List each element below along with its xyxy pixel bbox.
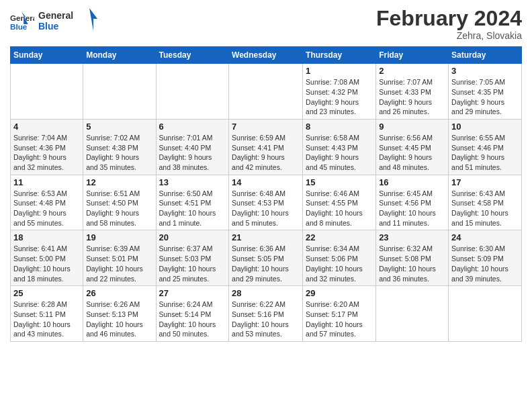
logo: General Blue General Blue [10, 7, 99, 38]
calendar-week-row: 18Sunrise: 6:41 AMSunset: 5:00 PMDayligh… [11, 230, 522, 286]
calendar-cell: 6Sunrise: 7:01 AMSunset: 4:40 PMDaylight… [156, 119, 229, 175]
calendar-header-row: SundayMondayTuesdayWednesdayThursdayFrid… [11, 47, 522, 64]
svg-text:General: General [10, 13, 34, 22]
calendar-cell: 23Sunrise: 6:32 AMSunset: 5:08 PMDayligh… [376, 230, 449, 286]
calendar-cell: 26Sunrise: 6:26 AMSunset: 5:13 PMDayligh… [83, 286, 156, 342]
day-number: 11 [13, 177, 80, 187]
calendar-cell [449, 286, 522, 342]
calendar-week-row: 1Sunrise: 7:08 AMSunset: 4:32 PMDaylight… [11, 64, 522, 120]
day-number: 14 [232, 177, 300, 187]
svg-text:Blue: Blue [38, 21, 59, 32]
day-info: Sunrise: 7:01 AMSunset: 4:40 PMDaylight:… [159, 133, 226, 173]
calendar-cell [376, 286, 449, 342]
day-info: Sunrise: 6:51 AMSunset: 4:50 PMDaylight:… [86, 189, 152, 228]
logo-text: General Blue [38, 7, 99, 38]
day-info: Sunrise: 7:04 AMSunset: 4:36 PMDaylight:… [13, 133, 80, 173]
day-number: 28 [232, 288, 300, 298]
calendar-cell: 3Sunrise: 7:05 AMSunset: 4:35 PMDaylight… [449, 64, 522, 120]
svg-marker-5 [89, 8, 97, 31]
day-info: Sunrise: 6:46 AMSunset: 4:55 PMDaylight:… [306, 189, 373, 228]
day-info: Sunrise: 7:02 AMSunset: 4:38 PMDaylight:… [86, 133, 152, 173]
day-info: Sunrise: 6:53 AMSunset: 4:48 PMDaylight:… [13, 189, 80, 228]
location-subtitle: Zehra, Slovakia [376, 30, 522, 41]
day-number: 18 [13, 232, 80, 242]
day-of-week-header: Friday [376, 47, 449, 64]
day-info: Sunrise: 6:26 AMSunset: 5:13 PMDaylight:… [86, 300, 152, 339]
day-info: Sunrise: 6:30 AMSunset: 5:09 PMDaylight:… [451, 244, 519, 283]
calendar-cell: 15Sunrise: 6:46 AMSunset: 4:55 PMDayligh… [303, 175, 376, 230]
calendar-cell [156, 64, 229, 120]
day-number: 23 [379, 232, 445, 242]
day-info: Sunrise: 6:22 AMSunset: 5:16 PMDaylight:… [232, 300, 300, 339]
day-info: Sunrise: 6:36 AMSunset: 5:05 PMDaylight:… [232, 244, 300, 283]
calendar-cell: 8Sunrise: 6:58 AMSunset: 4:43 PMDaylight… [303, 119, 376, 175]
day-of-week-header: Monday [83, 47, 156, 64]
calendar-cell: 25Sunrise: 6:28 AMSunset: 5:11 PMDayligh… [11, 286, 83, 342]
day-info: Sunrise: 6:20 AMSunset: 5:17 PMDaylight:… [306, 300, 373, 339]
calendar-cell: 7Sunrise: 6:59 AMSunset: 4:41 PMDaylight… [229, 119, 303, 175]
calendar-cell: 12Sunrise: 6:51 AMSunset: 4:50 PMDayligh… [83, 175, 156, 230]
calendar-cell [11, 64, 83, 120]
day-number: 21 [232, 232, 300, 242]
calendar-cell: 10Sunrise: 6:55 AMSunset: 4:46 PMDayligh… [449, 119, 522, 175]
calendar-cell: 18Sunrise: 6:41 AMSunset: 5:00 PMDayligh… [11, 230, 83, 286]
day-info: Sunrise: 6:43 AMSunset: 4:58 PMDaylight:… [451, 189, 519, 228]
day-number: 6 [159, 122, 226, 132]
title-area: February 2024 Zehra, Slovakia [376, 7, 522, 41]
calendar-cell: 5Sunrise: 7:02 AMSunset: 4:38 PMDaylight… [83, 119, 156, 175]
day-number: 16 [379, 177, 445, 187]
calendar-cell [83, 64, 156, 120]
calendar-cell: 29Sunrise: 6:20 AMSunset: 5:17 PMDayligh… [303, 286, 376, 342]
day-number: 29 [306, 288, 373, 298]
day-info: Sunrise: 6:45 AMSunset: 4:56 PMDaylight:… [379, 189, 445, 228]
day-number: 17 [451, 177, 519, 187]
calendar-cell: 20Sunrise: 6:37 AMSunset: 5:03 PMDayligh… [156, 230, 229, 286]
day-of-week-header: Wednesday [229, 47, 303, 64]
day-of-week-header: Sunday [11, 47, 83, 64]
calendar-cell: 27Sunrise: 6:24 AMSunset: 5:14 PMDayligh… [156, 286, 229, 342]
day-info: Sunrise: 6:32 AMSunset: 5:08 PMDaylight:… [379, 244, 445, 283]
day-of-week-header: Tuesday [156, 47, 229, 64]
svg-text:General: General [38, 10, 73, 21]
day-number: 20 [159, 232, 226, 242]
calendar-cell: 28Sunrise: 6:22 AMSunset: 5:16 PMDayligh… [229, 286, 303, 342]
day-number: 13 [159, 177, 226, 187]
page-header: General Blue General Blue February 2024 … [10, 7, 522, 41]
calendar-cell: 2Sunrise: 7:07 AMSunset: 4:33 PMDaylight… [376, 64, 449, 120]
day-info: Sunrise: 6:24 AMSunset: 5:14 PMDaylight:… [159, 300, 226, 339]
logo-icon: General Blue [10, 10, 34, 34]
calendar-cell: 21Sunrise: 6:36 AMSunset: 5:05 PMDayligh… [229, 230, 303, 286]
day-number: 25 [13, 288, 80, 298]
calendar-cell: 16Sunrise: 6:45 AMSunset: 4:56 PMDayligh… [376, 175, 449, 230]
calendar-table: SundayMondayTuesdayWednesdayThursdayFrid… [10, 46, 522, 342]
day-info: Sunrise: 7:07 AMSunset: 4:33 PMDaylight:… [379, 77, 445, 117]
day-info: Sunrise: 6:50 AMSunset: 4:51 PMDaylight:… [159, 189, 226, 228]
day-number: 15 [306, 177, 373, 187]
calendar-cell: 1Sunrise: 7:08 AMSunset: 4:32 PMDaylight… [303, 64, 376, 120]
calendar-cell: 4Sunrise: 7:04 AMSunset: 4:36 PMDaylight… [11, 119, 83, 175]
day-number: 5 [86, 122, 152, 132]
day-of-week-header: Thursday [303, 47, 376, 64]
day-info: Sunrise: 6:58 AMSunset: 4:43 PMDaylight:… [306, 133, 373, 173]
day-number: 9 [379, 122, 445, 132]
month-year-title: February 2024 [376, 7, 522, 30]
calendar-week-row: 4Sunrise: 7:04 AMSunset: 4:36 PMDaylight… [11, 119, 522, 175]
day-info: Sunrise: 6:37 AMSunset: 5:03 PMDaylight:… [159, 244, 226, 283]
calendar-week-row: 25Sunrise: 6:28 AMSunset: 5:11 PMDayligh… [11, 286, 522, 342]
day-info: Sunrise: 6:28 AMSunset: 5:11 PMDaylight:… [13, 300, 80, 339]
day-info: Sunrise: 6:55 AMSunset: 4:46 PMDaylight:… [451, 133, 519, 173]
day-number: 4 [13, 122, 80, 132]
calendar-week-row: 11Sunrise: 6:53 AMSunset: 4:48 PMDayligh… [11, 175, 522, 230]
day-number: 12 [86, 177, 152, 187]
day-number: 26 [86, 288, 152, 298]
day-info: Sunrise: 6:34 AMSunset: 5:06 PMDaylight:… [306, 244, 373, 283]
calendar-cell: 19Sunrise: 6:39 AMSunset: 5:01 PMDayligh… [83, 230, 156, 286]
day-info: Sunrise: 6:59 AMSunset: 4:41 PMDaylight:… [232, 133, 300, 173]
day-info: Sunrise: 7:05 AMSunset: 4:35 PMDaylight:… [451, 77, 519, 117]
calendar-cell: 11Sunrise: 6:53 AMSunset: 4:48 PMDayligh… [11, 175, 83, 230]
day-info: Sunrise: 6:56 AMSunset: 4:45 PMDaylight:… [379, 133, 445, 173]
day-info: Sunrise: 7:08 AMSunset: 4:32 PMDaylight:… [306, 77, 373, 117]
calendar-cell: 13Sunrise: 6:50 AMSunset: 4:51 PMDayligh… [156, 175, 229, 230]
calendar-cell: 14Sunrise: 6:48 AMSunset: 4:53 PMDayligh… [229, 175, 303, 230]
day-info: Sunrise: 6:39 AMSunset: 5:01 PMDaylight:… [86, 244, 152, 283]
